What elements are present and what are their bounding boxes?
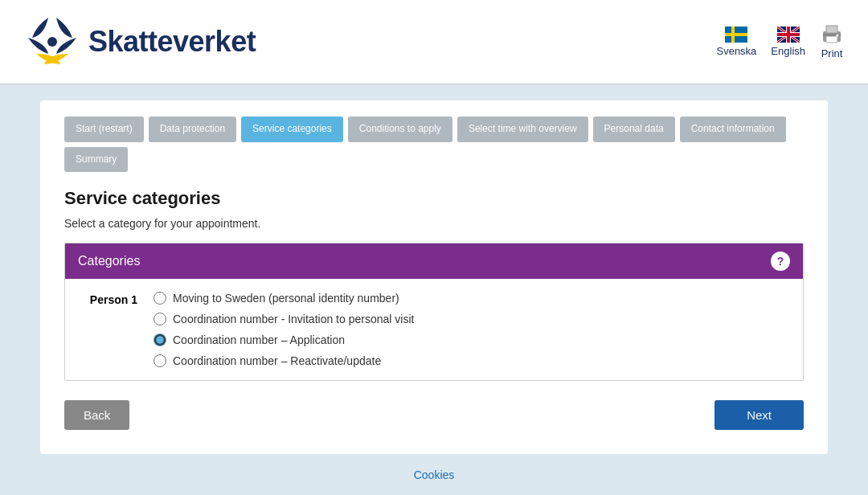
svg-rect-12 xyxy=(777,33,800,36)
cookies-link[interactable]: Cookies xyxy=(414,468,455,481)
step-contact-info[interactable]: Contact information xyxy=(680,117,786,142)
logo-area: Skatteverket xyxy=(24,14,256,70)
swedish-flag-icon xyxy=(725,27,747,43)
page-subtitle: Select a category for your appointment. xyxy=(64,217,804,230)
footer: Cookies xyxy=(32,454,836,495)
step-personal-data[interactable]: Personal data xyxy=(593,117,675,142)
help-icon-button[interactable]: ? xyxy=(771,252,790,271)
content-card: Start (restart) Data protection Service … xyxy=(40,100,828,454)
back-button[interactable]: Back xyxy=(64,400,129,430)
radio-option-2[interactable]: Coordination number - Invitation to pers… xyxy=(154,313,414,325)
lang-en-label: English xyxy=(771,45,805,57)
svg-point-0 xyxy=(47,37,57,47)
logo-text: Skatteverket xyxy=(88,25,256,59)
lang-sv-button[interactable]: Svenska xyxy=(716,27,756,57)
header-actions: Svenska English xyxy=(716,24,844,59)
printer-icon xyxy=(820,24,844,45)
radio-option-1[interactable]: Moving to Sweden (personal identity numb… xyxy=(154,292,414,305)
categories-box: Categories ? Person 1 Moving to Sweden (… xyxy=(64,243,804,381)
step-service-categories[interactable]: Service categories xyxy=(241,117,343,142)
radio-options: Moving to Sweden (personal identity numb… xyxy=(154,292,414,367)
svg-rect-3 xyxy=(725,33,747,36)
step-select-time[interactable]: Select time with overview xyxy=(457,117,588,142)
skatteverket-logo-icon xyxy=(24,14,80,70)
step-summary[interactable]: Summary xyxy=(64,147,128,173)
step-data-protection[interactable]: Data protection xyxy=(149,117,236,142)
lang-en-button[interactable]: English xyxy=(771,27,805,57)
radio-input-2[interactable] xyxy=(154,313,166,325)
categories-body: Person 1 Moving to Sweden (personal iden… xyxy=(65,279,803,380)
svg-point-17 xyxy=(837,35,839,37)
print-label: Print xyxy=(821,47,843,59)
header: Skatteverket Svenska xyxy=(0,0,868,84)
main-area: Start (restart) Data protection Service … xyxy=(0,84,868,495)
radio-input-4[interactable] xyxy=(154,354,166,367)
radio-label-1: Moving to Sweden (personal identity numb… xyxy=(173,292,399,305)
next-button[interactable]: Next xyxy=(714,400,804,430)
radio-label-2: Coordination number - Invitation to pers… xyxy=(173,313,414,325)
uk-flag-icon xyxy=(777,27,800,43)
print-button[interactable]: Print xyxy=(820,24,844,59)
page-title: Service categories xyxy=(64,188,804,209)
svg-rect-14 xyxy=(826,26,837,33)
step-start[interactable]: Start (restart) xyxy=(64,117,144,142)
person-label: Person 1 xyxy=(81,292,137,306)
lang-sv-label: Svenska xyxy=(716,45,756,57)
categories-title: Categories xyxy=(78,254,140,268)
svg-rect-15 xyxy=(826,36,837,43)
categories-header: Categories ? xyxy=(65,243,803,279)
radio-option-3[interactable]: Coordination number – Application xyxy=(154,333,414,346)
radio-label-4: Coordination number – Reactivate/update xyxy=(173,354,381,367)
action-row: Back Next xyxy=(64,400,804,430)
step-conditions[interactable]: Conditions to apply xyxy=(348,117,452,142)
radio-input-3[interactable] xyxy=(154,333,166,346)
radio-option-4[interactable]: Coordination number – Reactivate/update xyxy=(154,354,414,367)
radio-label-3: Coordination number – Application xyxy=(173,333,345,346)
person-1-row: Person 1 Moving to Sweden (personal iden… xyxy=(81,292,787,367)
radio-input-1[interactable] xyxy=(154,292,166,305)
step-navigation: Start (restart) Data protection Service … xyxy=(64,117,804,172)
